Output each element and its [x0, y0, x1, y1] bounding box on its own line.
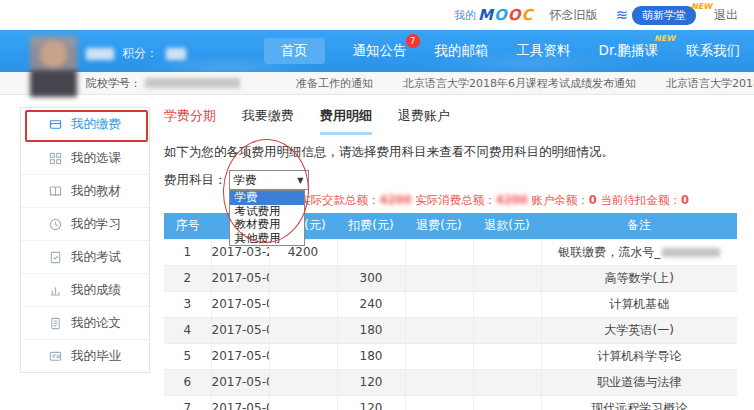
fee-summary: 实际交款总额：4200 实际消费总额：4200 账户余额：0 当前待扣金额：0: [299, 193, 737, 208]
content: 我的缴费 我的选课 我的教材 我的学习 我的考试 我的成绩: [0, 95, 754, 410]
table-row: 4 2017-05-01 180 大学英语(一): [164, 317, 737, 343]
cell-remark: 职业道德与法律: [597, 375, 681, 389]
option-exam-fee[interactable]: 考试费用: [230, 205, 304, 219]
exam-checklist-icon: [49, 251, 62, 264]
col-header-serial: 序号: [164, 213, 211, 239]
grid-icon: [49, 152, 62, 165]
cell-deduct: 120: [360, 375, 383, 389]
nav-item-mailbox[interactable]: 我的邮箱: [435, 42, 489, 60]
summary-label: 账户余额：: [531, 193, 589, 207]
sidebar-item-my-exams[interactable]: 我的考试: [21, 240, 149, 273]
sidebar-item-label: 我的考试: [71, 249, 121, 266]
nav-item-notices[interactable]: 通知公告 7: [353, 42, 407, 60]
sidebar: 我的缴费 我的选课 我的教材 我的学习 我的考试 我的成绩: [20, 107, 150, 373]
moc-logo[interactable]: 我的 MOOC: [454, 6, 531, 24]
logout-link[interactable]: 退出: [714, 7, 738, 24]
cell-date: 2017-05-01: [212, 271, 270, 285]
cell-deduct: 180: [360, 323, 383, 337]
nav-item-drpeng-label: Dr.鹏播课: [599, 42, 659, 58]
sidebar-item-label: 我的毕业: [71, 348, 121, 365]
new-portal-link[interactable]: ≋ 萌新学堂 NEW: [615, 6, 696, 25]
cell-date: 2017-05-01: [212, 297, 270, 311]
sidebar-item-my-learning[interactable]: 我的学习: [21, 207, 149, 240]
sidebar-item-my-graduation[interactable]: 我的毕业: [21, 339, 149, 372]
cell-deduct: 180: [360, 349, 383, 363]
tab-tuition-installment[interactable]: 学费分期: [164, 107, 216, 135]
main-panel: 学费分期 我要缴费 费用明细 退费账户 如下为您的各项费用明细信息，请选择费用科…: [164, 107, 754, 410]
nav-item-notices-label: 通知公告: [353, 42, 407, 58]
main-navbar: 积分： 首页 通知公告 7 我的邮箱 工具资料 Dr.鹏播课 NEW 联系我们: [0, 30, 754, 72]
student-id-blurred: [145, 78, 240, 88]
cell-serial: 5: [183, 349, 191, 363]
cell-date: 2017-05-01: [212, 349, 270, 363]
sidebar-item-label: 我的论文: [71, 315, 121, 332]
sidebar-item-my-courses[interactable]: 我的选课: [21, 141, 149, 174]
fee-subject-select-wrap: 学费 ▼ 学费 考试费用 教材费用 其他费用: [229, 170, 309, 190]
cell-serial: 1: [183, 245, 191, 259]
table-row: 3 2017-05-01 240 计算机基础: [164, 291, 737, 317]
swirl-icon: ≋: [615, 8, 628, 23]
nav-item-tools[interactable]: 工具资料: [517, 42, 571, 60]
tab-pay-fees[interactable]: 我要缴费: [242, 107, 294, 135]
cell-remark: 大学英语(一): [605, 323, 674, 337]
sidebar-item-label: 我的成绩: [71, 282, 121, 299]
col-header-deduct: 扣费(元): [337, 213, 405, 239]
user-info: 积分：: [86, 45, 186, 62]
bar-chart-icon: [49, 284, 62, 297]
sidebar-item-label: 我的选课: [71, 150, 121, 167]
ticker-item[interactable]: 准备工作的通知: [296, 76, 373, 91]
tab-refund-account[interactable]: 退费账户: [398, 107, 450, 135]
fee-tabs: 学费分期 我要缴费 费用明细 退费账户: [164, 107, 737, 135]
cell-remark: 银联缴费，流水号_: [558, 245, 660, 259]
cell-serial: 7: [183, 401, 191, 410]
summary-label: 实际交款总额：: [299, 193, 380, 207]
cell-date: 2017-05-01: [212, 375, 270, 389]
cell-deduct: 300: [360, 271, 383, 285]
ticker-item[interactable]: 北京语言大学2018年6月课程考试 考场查询及: [666, 76, 754, 91]
serial-number-blurred: [662, 248, 720, 257]
option-textbook-fee[interactable]: 教材费用: [230, 218, 304, 232]
moc-logo-letter: O: [494, 6, 506, 24]
topbar: 我的 MOOC 怀念旧版 ≋ 萌新学堂 NEW 退出: [0, 0, 754, 30]
summary-value-blurred: 4200: [380, 193, 412, 207]
option-other-fee[interactable]: 其他费用: [230, 232, 304, 246]
moc-logo-prefix: 我的: [454, 8, 476, 23]
avatar[interactable]: [30, 36, 77, 97]
moc-logo-letter: C: [521, 6, 531, 24]
option-tuition[interactable]: 学费: [230, 191, 304, 205]
new-badge: NEW: [691, 2, 712, 11]
cell-date: 2017-05-01: [212, 323, 270, 337]
summary-value-blurred: 4200: [496, 193, 528, 207]
fee-subject-select[interactable]: 学费 ▼: [229, 170, 309, 190]
score-value-blurred: [166, 48, 186, 60]
sidebar-item-my-textbooks[interactable]: 我的教材: [21, 174, 149, 207]
moc-logo-letter: M: [478, 6, 492, 24]
nav-item-contact[interactable]: 联系我们: [686, 42, 740, 60]
table-row: 7 2017-05-01 120 现代远程学习概论: [164, 395, 737, 410]
table-row: 2 2017-05-01 300 高等数学(上): [164, 265, 737, 291]
fee-subject-selected-value: 学费: [234, 173, 257, 188]
sidebar-item-my-thesis[interactable]: 我的论文: [21, 306, 149, 339]
col-header-remark: 备注: [541, 213, 737, 239]
table-row: 6 2017-05-01 120 职业道德与法律: [164, 369, 737, 395]
cell-remark: 现代远程学习概论: [591, 401, 687, 410]
book-icon: [49, 185, 62, 198]
sidebar-item-my-grades[interactable]: 我的成绩: [21, 273, 149, 306]
ticker-item[interactable]: 北京语言大学2018年6月课程考试成绩发布通知: [403, 76, 636, 91]
legacy-version-link[interactable]: 怀念旧版: [549, 7, 597, 24]
sidebar-item-my-payment[interactable]: 我的缴费: [21, 108, 149, 141]
table-row: 5 2017-05-01 180 计算机科学导论: [164, 343, 737, 369]
news-ticker: 准备工作的通知 北京语言大学2018年6月课程考试成绩发布通知 北京语言大学20…: [266, 76, 754, 91]
tab-fee-details[interactable]: 费用明细: [320, 107, 372, 135]
moc-logo-letter: O: [508, 6, 520, 24]
score-label: 积分：: [122, 45, 158, 62]
nav-item-drpeng[interactable]: Dr.鹏播课 NEW: [599, 42, 659, 60]
student-id: 院校学号：: [86, 76, 240, 91]
cell-serial: 4: [183, 323, 191, 337]
nav-item-home[interactable]: 首页: [264, 38, 325, 64]
page: 我的 MOOC 怀念旧版 ≋ 萌新学堂 NEW 退出 积分： 首页 通知公告 7…: [0, 0, 754, 410]
cell-remark: 高等数学(上): [605, 271, 674, 285]
cell-pay: 4200: [288, 245, 319, 259]
summary-label: 实际消费总额：: [415, 193, 496, 207]
portal-pill-label: 萌新学堂: [632, 6, 696, 25]
